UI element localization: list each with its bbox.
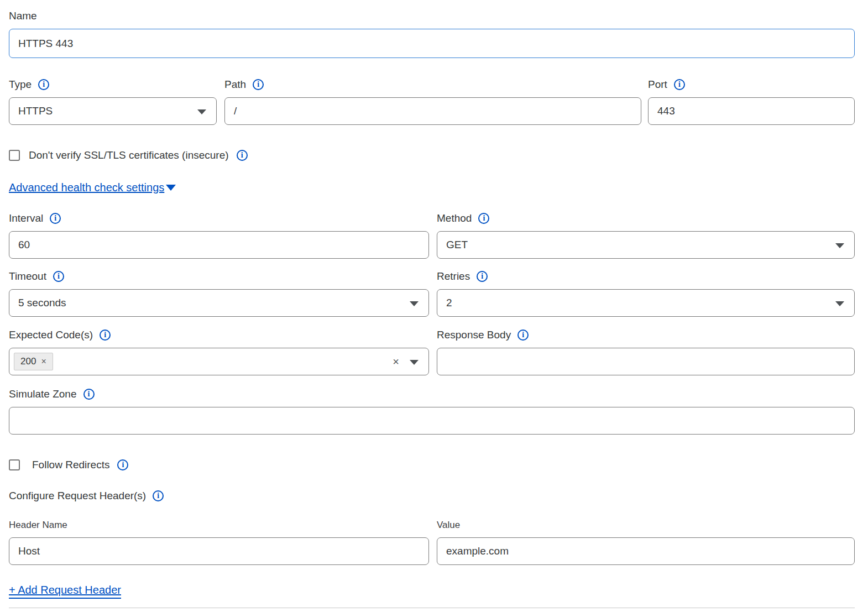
ssl-verify-label: Don't verify SSL/TLS certificates (insec… — [29, 149, 229, 161]
retries-label: Retries — [437, 270, 470, 283]
add-header-row: + Add Request Header — [9, 584, 855, 599]
timeout-select[interactable]: 5 seconds — [9, 289, 429, 317]
method-info-icon[interactable]: i — [478, 213, 489, 224]
header-value-input[interactable] — [437, 537, 855, 565]
name-input[interactable] — [9, 29, 855, 58]
health-check-form: Name Type i HTTPS Path i Port i — [0, 0, 868, 608]
chevron-down-icon — [197, 109, 206, 114]
retries-select-value: 2 — [446, 297, 452, 309]
add-request-header-link[interactable]: + Add Request Header — [9, 584, 121, 599]
timeout-info-icon[interactable]: i — [53, 271, 64, 282]
retries-info-icon[interactable]: i — [477, 271, 488, 282]
header-name-column-label: Header Name — [9, 520, 429, 531]
follow-redirects-row: Follow Redirects i — [9, 459, 855, 471]
bottom-divider — [9, 608, 855, 608]
follow-redirects-info-icon[interactable]: i — [117, 459, 128, 470]
interval-input[interactable] — [9, 231, 429, 259]
tag-remove-icon[interactable]: × — [41, 357, 46, 367]
simulate-zone-input[interactable] — [9, 407, 855, 435]
method-select-value: GET — [446, 239, 468, 251]
path-label: Path — [224, 79, 246, 91]
port-label: Port — [648, 79, 667, 91]
expected-codes-info-icon[interactable]: i — [100, 329, 111, 341]
clear-all-icon[interactable]: × — [393, 356, 399, 367]
response-body-input[interactable] — [437, 348, 855, 375]
chevron-down-icon — [410, 360, 419, 365]
timeout-retries-row: Timeout i 5 seconds Retries i 2 — [9, 270, 855, 317]
path-info-icon[interactable]: i — [253, 79, 264, 90]
advanced-settings-link[interactable]: Advanced health check settings — [9, 181, 164, 194]
expected-code-tag: 200 × — [14, 353, 53, 370]
ssl-verify-info-icon[interactable]: i — [237, 150, 248, 161]
simulate-zone-info-icon[interactable]: i — [83, 389, 95, 400]
chevron-down-icon — [410, 301, 419, 306]
request-headers-info-icon[interactable]: i — [153, 490, 164, 501]
type-info-icon[interactable]: i — [38, 79, 49, 90]
path-input[interactable] — [224, 97, 641, 125]
ssl-verify-checkbox[interactable] — [9, 150, 20, 161]
request-headers-label: Configure Request Header(s) — [9, 490, 146, 502]
expected-code-tag-value: 200 — [20, 356, 36, 367]
name-label: Name — [9, 10, 37, 22]
chevron-down-icon — [166, 185, 176, 191]
follow-redirects-checkbox[interactable] — [9, 459, 20, 470]
ssl-verify-row: Don't verify SSL/TLS certificates (insec… — [9, 149, 855, 161]
header-name-input[interactable] — [9, 537, 429, 565]
port-info-icon[interactable]: i — [674, 79, 685, 90]
type-path-port-row: Type i HTTPS Path i Port i — [9, 79, 855, 125]
simulate-zone-row: Simulate Zone i — [9, 388, 855, 435]
chevron-down-icon — [835, 301, 844, 306]
type-label: Type — [9, 79, 32, 91]
method-label: Method — [437, 212, 472, 224]
advanced-settings-row: Advanced health check settings — [9, 181, 855, 194]
header-columns-row: Header Name Value — [9, 520, 855, 537]
request-headers-title-row: Configure Request Header(s) i — [9, 490, 855, 502]
type-select[interactable]: HTTPS — [9, 97, 217, 125]
header-value-column-label: Value — [437, 520, 855, 531]
codes-body-row: Expected Code(s) i 200 × × Response Body… — [9, 329, 855, 375]
method-select[interactable]: GET — [437, 231, 855, 259]
follow-redirects-label: Follow Redirects — [32, 459, 109, 471]
timeout-select-value: 5 seconds — [18, 297, 66, 309]
type-select-value: HTTPS — [18, 105, 53, 117]
interval-method-row: Interval i Method i GET — [9, 212, 855, 259]
chevron-down-icon — [835, 243, 844, 248]
response-body-label: Response Body — [437, 329, 511, 341]
header-row — [9, 537, 855, 565]
interval-info-icon[interactable]: i — [50, 213, 61, 224]
retries-select[interactable]: 2 — [437, 289, 855, 317]
port-input[interactable] — [648, 97, 855, 125]
interval-label: Interval — [9, 212, 43, 224]
expected-codes-label: Expected Code(s) — [9, 329, 93, 341]
timeout-label: Timeout — [9, 270, 46, 283]
response-body-info-icon[interactable]: i — [517, 329, 529, 341]
simulate-zone-label: Simulate Zone — [9, 388, 77, 400]
expected-codes-multiselect[interactable]: 200 × × — [9, 348, 429, 375]
name-label-row: Name — [9, 10, 855, 22]
